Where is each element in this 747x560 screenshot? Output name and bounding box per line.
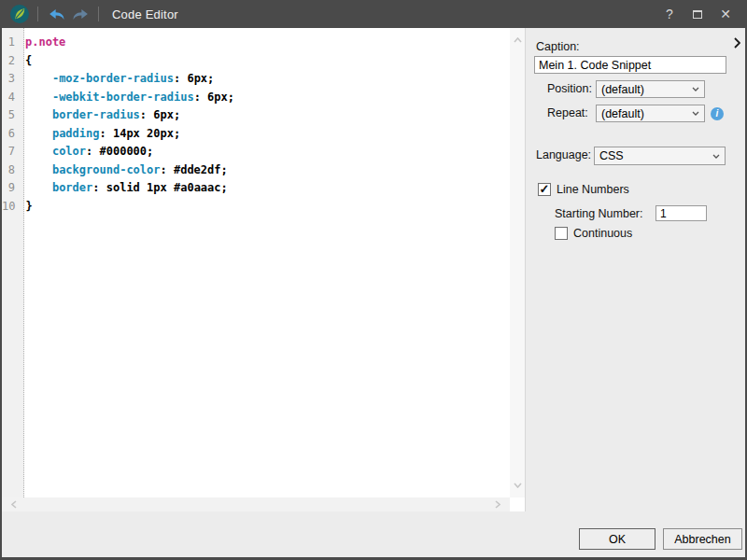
- scroll-right-icon[interactable]: [493, 499, 502, 509]
- line-number: 3: [2, 70, 20, 89]
- chevron-down-icon: [692, 87, 699, 91]
- help-button[interactable]: ?: [655, 3, 684, 25]
- chevron-right-icon: [734, 37, 740, 49]
- maximize-button[interactable]: [684, 3, 712, 25]
- code-line: 9 border: solid 1px #a0aaac;: [2, 179, 510, 198]
- horizontal-scrollbar[interactable]: [2, 497, 510, 511]
- line-number: 10: [2, 198, 20, 217]
- line-number: 8: [2, 161, 20, 180]
- language-label: Language:: [536, 148, 591, 161]
- code-line: 7 color: #000000;: [2, 143, 510, 161]
- vertical-scrollbar[interactable]: [510, 28, 525, 497]
- starting-number-input[interactable]: [655, 205, 707, 221]
- continuous-row[interactable]: ✓ Continuous: [555, 227, 632, 240]
- line-numbers-checkbox[interactable]: ✓: [538, 183, 551, 196]
- check-icon: ✓: [540, 183, 550, 195]
- settings-panel: Caption: Position: (default) Repeat: (de…: [528, 28, 745, 557]
- titlebar-separator: [37, 7, 38, 21]
- redo-icon: [71, 8, 89, 21]
- repeat-select[interactable]: (default): [596, 105, 705, 122]
- code-line: 3 -moz-border-radius: 6px;: [2, 70, 510, 89]
- code-text: 1p.note2{3 -moz-border-radius: 6px;4 -we…: [2, 34, 510, 216]
- window-controls: ? ✕: [655, 3, 740, 25]
- maximize-icon: [693, 10, 702, 19]
- caption-label: Caption:: [536, 40, 580, 53]
- ok-button[interactable]: OK: [579, 528, 655, 550]
- close-icon: ✕: [720, 7, 731, 21]
- continuous-label: Continuous: [573, 227, 632, 240]
- language-select[interactable]: CSS: [594, 147, 726, 165]
- app-logo-icon: [9, 4, 30, 24]
- code-line: 1p.note: [2, 34, 510, 52]
- position-label: Position:: [547, 82, 592, 95]
- line-number: 9: [2, 179, 20, 198]
- collapse-panel-button[interactable]: [729, 35, 744, 50]
- line-number: 1: [2, 34, 20, 52]
- code-line: 8 background-color: #dde2df;: [2, 161, 510, 180]
- help-icon: ?: [666, 7, 673, 21]
- scroll-down-icon[interactable]: [513, 481, 522, 490]
- code-line: 4 -webkit-border-radius: 6px;: [2, 89, 510, 107]
- position-select[interactable]: (default): [596, 80, 705, 98]
- starting-number-label: Starting Number:: [555, 207, 642, 220]
- line-numbers-row[interactable]: ✓ Line Numbers: [538, 183, 629, 196]
- code-line: 10}: [2, 198, 510, 217]
- language-value: CSS: [599, 149, 712, 162]
- titlebar-separator: [98, 7, 99, 21]
- close-button[interactable]: ✕: [712, 3, 740, 25]
- chevron-down-icon: [712, 154, 720, 159]
- redo-button[interactable]: [68, 3, 91, 25]
- window-title: Code Editor: [112, 7, 178, 21]
- caption-input[interactable]: [534, 56, 726, 74]
- line-number: 2: [2, 52, 20, 71]
- code-editor[interactable]: 1p.note2{3 -moz-border-radius: 6px;4 -we…: [2, 28, 526, 511]
- scroll-left-icon[interactable]: [9, 499, 19, 509]
- continuous-checkbox[interactable]: ✓: [555, 227, 568, 240]
- chevron-down-icon: [692, 111, 699, 116]
- code-editor-dialog: Code Editor ? ✕ 1p.note2{3 -moz-border-r…: [0, 0, 747, 560]
- info-icon[interactable]: i: [711, 107, 724, 120]
- line-numbers-label: Line Numbers: [557, 183, 629, 196]
- cancel-button[interactable]: Abbrechen: [663, 528, 742, 550]
- scroll-up-icon[interactable]: [513, 35, 522, 45]
- line-number: 7: [2, 143, 20, 161]
- code-line: 5 border-radius: 6px;: [2, 106, 510, 125]
- undo-button[interactable]: [46, 3, 68, 25]
- code-line: 6 padding: 14px 20px;: [2, 125, 510, 144]
- titlebar: Code Editor ? ✕: [0, 0, 747, 28]
- undo-icon: [49, 8, 66, 21]
- repeat-value: (default): [601, 107, 692, 120]
- line-number: 5: [2, 106, 20, 125]
- repeat-label: Repeat:: [547, 106, 588, 119]
- line-number: 4: [2, 89, 20, 107]
- position-value: (default): [601, 83, 692, 96]
- code-line: 2{: [2, 52, 510, 71]
- line-number: 6: [2, 125, 20, 144]
